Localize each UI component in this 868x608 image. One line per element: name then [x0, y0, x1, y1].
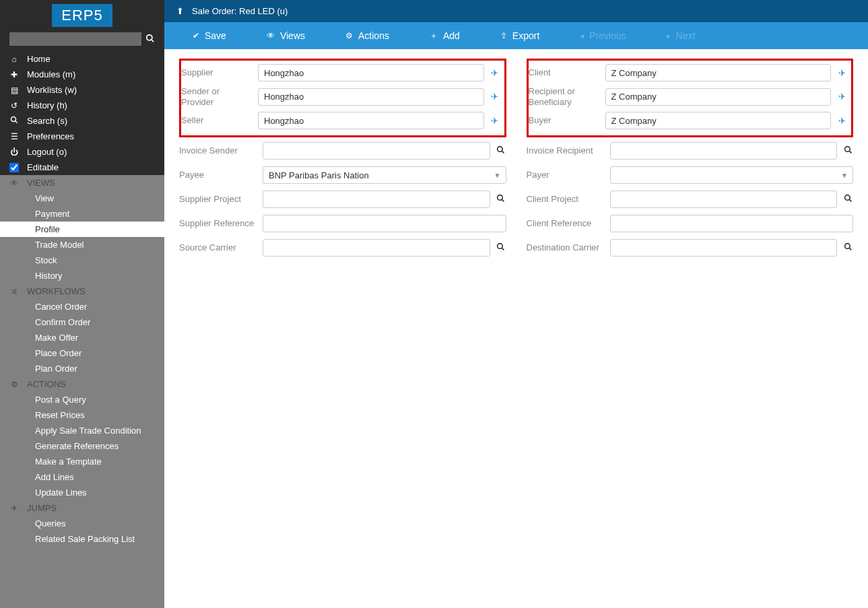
sidebar-header-views: 👁VIEWS	[0, 175, 164, 191]
actions-button[interactable]: ⚙Actions	[325, 22, 409, 49]
previous-button: ◂Previous	[560, 22, 646, 49]
editable-checkbox[interactable]	[9, 163, 19, 172]
supplier-project-input[interactable]	[263, 191, 490, 208]
sidebar-ac-apply-trade[interactable]: Apply Sale Trade Condition	[0, 423, 164, 438]
invoice-recipient-label: Invoice Recipient	[527, 145, 610, 156]
sidebar-item-home[interactable]: ⌂Home	[0, 51, 164, 67]
payer-select[interactable]	[610, 166, 854, 184]
breadcrumb-bar: ⬆ Sale Order: Red LED (u)	[164, 0, 868, 22]
sender-label: Sender or Provider	[181, 86, 258, 107]
recipient-input[interactable]	[605, 88, 832, 106]
sidebar-item-preferences[interactable]: ☰Preferences	[0, 129, 164, 144]
sidebar-item-logout[interactable]: ⏻Logout (o)	[0, 144, 164, 160]
sidebar-ac-post-query[interactable]: Post a Query	[0, 392, 164, 407]
supplier-input[interactable]	[258, 64, 484, 81]
sidebar-view-stock[interactable]: Stock	[0, 252, 164, 268]
search-icon[interactable]	[842, 145, 853, 156]
nav-label: Search (s)	[27, 116, 67, 126]
buyer-input[interactable]	[605, 112, 832, 129]
sidebar-item-search[interactable]: Search (s)	[0, 113, 164, 129]
supplier-label: Supplier	[181, 67, 258, 78]
plane-icon[interactable]: ✈	[836, 92, 847, 102]
invoice-recipient-input[interactable]	[610, 142, 838, 160]
add-button[interactable]: ＋Add	[409, 22, 480, 49]
plane-icon[interactable]: ✈	[490, 68, 500, 78]
payee-select[interactable]	[263, 166, 506, 184]
buyer-label: Buyer	[529, 115, 605, 126]
svg-line-11	[849, 151, 851, 153]
supplier-project-label: Supplier Project	[179, 194, 263, 205]
sidebar-ac-reset-prices[interactable]: Reset Prices	[0, 407, 164, 423]
plane-icon[interactable]: ✈	[836, 116, 847, 126]
sidebar-ac-make-template[interactable]: Make a Template	[0, 454, 164, 469]
views-button[interactable]: 👁Views	[246, 22, 325, 49]
svg-point-14	[844, 244, 850, 249]
plane-icon[interactable]: ✈	[836, 68, 847, 78]
up-arrow-icon[interactable]: ⬆	[176, 6, 184, 16]
search-icon[interactable]	[842, 242, 853, 253]
search-icon	[9, 116, 19, 126]
breadcrumb-text: Sale Order: Red LED (u)	[192, 6, 288, 16]
sender-input[interactable]	[258, 88, 484, 106]
sidebar-item-modules[interactable]: ✚Modules (m)	[0, 67, 164, 82]
sidebar-item-history[interactable]: ↺History (h)	[0, 98, 164, 113]
svg-point-12	[844, 195, 850, 201]
sidebar: ERP5 ⌂Home ✚Modules (m) ▤Worklists (w) ↺…	[0, 0, 164, 608]
export-button[interactable]: ⇪Export	[480, 22, 560, 49]
sidebar-header-workflows: ⤭WORKFLOWS	[0, 283, 164, 299]
search-icon[interactable]	[842, 194, 853, 205]
source-carrier-label: Source Carrier	[179, 242, 263, 253]
search-icon[interactable]	[496, 145, 506, 156]
sidebar-wf-make-offer[interactable]: Make Offer	[0, 330, 164, 345]
home-icon: ⌂	[9, 55, 19, 64]
sidebar-search-input[interactable]	[9, 32, 141, 46]
sidebar-view-payment[interactable]: Payment	[0, 206, 164, 222]
payee-label: Payee	[179, 170, 263, 180]
list-icon: ▤	[9, 86, 19, 95]
sidebar-wf-cancel[interactable]: Cancel Order	[0, 299, 164, 314]
svg-line-15	[849, 248, 851, 250]
right-column: Client ✈ Recipient or Beneficiary ✈	[527, 59, 854, 599]
sidebar-ac-add-lines[interactable]: Add Lines	[0, 469, 164, 485]
sidebar-wf-confirm[interactable]: Confirm Order	[0, 314, 164, 330]
sidebar-header-jumps: ✈JUMPS	[0, 500, 164, 516]
search-icon[interactable]	[145, 34, 155, 45]
sidebar-jump-packing[interactable]: Related Sale Packing List	[0, 531, 164, 547]
client-input[interactable]	[605, 64, 832, 81]
sidebar-view-profile[interactable]: Profile	[0, 222, 164, 237]
sidebar-item-worklists[interactable]: ▤Worklists (w)	[0, 82, 164, 98]
sidebar-header-actions: ⚙ACTIONS	[0, 376, 164, 392]
sidebar-ac-generate-ref[interactable]: Generate References	[0, 438, 164, 454]
sidebar-jump-queries[interactable]: Queries	[0, 516, 164, 531]
client-project-input[interactable]	[610, 191, 838, 208]
nav-label: Logout (o)	[27, 147, 67, 157]
sidebar-wf-place[interactable]: Place Order	[0, 345, 164, 361]
supplier-reference-input[interactable]	[263, 215, 506, 232]
sidebar-view-view[interactable]: View	[0, 191, 164, 206]
main: ⬆ Sale Order: Red LED (u) ✔Save 👁Views ⚙…	[164, 0, 868, 608]
destination-carrier-input[interactable]	[610, 239, 838, 257]
sidebar-wf-plan[interactable]: Plan Order	[0, 361, 164, 376]
sidebar-item-editable[interactable]: Editable	[0, 160, 164, 175]
plane-icon[interactable]: ✈	[490, 92, 500, 102]
save-button[interactable]: ✔Save	[172, 22, 246, 49]
client-reference-input[interactable]	[610, 215, 854, 232]
search-icon[interactable]	[496, 242, 506, 253]
seller-input[interactable]	[258, 112, 484, 129]
search-icon[interactable]	[496, 194, 506, 205]
form-content: Supplier ✈ Sender or Provider ✈	[164, 49, 868, 608]
sidebar-ac-update-lines[interactable]: Update Lines	[0, 485, 164, 500]
seller-label: Seller	[181, 115, 258, 126]
next-button: ▸Next	[646, 22, 716, 49]
sidebar-main-nav: ⌂Home ✚Modules (m) ▤Worklists (w) ↺Histo…	[0, 51, 164, 547]
sidebar-view-trade-model[interactable]: Trade Model	[0, 237, 164, 252]
svg-point-4	[498, 147, 503, 152]
svg-point-2	[11, 117, 16, 122]
source-carrier-input[interactable]	[263, 239, 490, 257]
invoice-sender-input[interactable]	[263, 142, 490, 160]
history-icon: ↺	[9, 101, 19, 110]
destination-carrier-label: Destination Carrier	[527, 242, 610, 253]
payer-label: Payer	[527, 170, 610, 180]
sidebar-view-history[interactable]: History	[0, 268, 164, 283]
plane-icon[interactable]: ✈	[490, 116, 500, 126]
